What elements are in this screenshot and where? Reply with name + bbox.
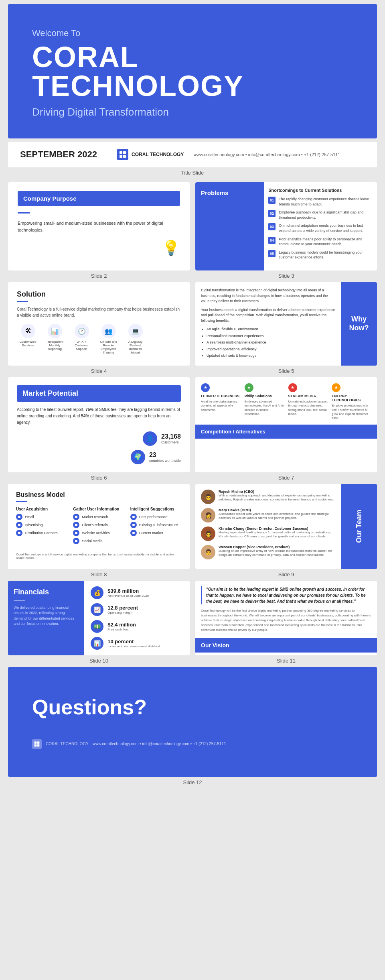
slide5-label: Slide 5 [195,366,377,377]
comp-logo: ★ [332,383,371,392]
slide3-left: Problems [195,182,264,270]
fin-stat-info: 12.8 percent Operating margin [107,605,138,614]
slide11: "Our aim is to be the leading expert in … [195,581,377,655]
slides-6-7-row: Market Potential According to the latest… [8,377,377,484]
slide5: Digital transformation is the integratio… [195,282,377,366]
purpose-text: Empowering small- and medium-sized busin… [18,220,180,233]
competitor-item: ★ LERNER IT BUSINESS An all-in-one digit… [201,383,241,421]
market-desc: According to the latest Sunwell report, … [17,407,181,426]
svg-rect-7 [37,744,40,746]
slide9-label: Slide 9 [195,569,377,581]
problem-text: Omnichannel adaptation needs your busine… [279,223,371,233]
team-avatar: 👩 [201,527,215,541]
slide3-right: Shortcomings to Current Solutions 01 The… [264,182,377,270]
fin-stat: 💰 $39.6 million Net revenue as of June 2… [91,586,183,599]
customers-value: 23,168 [161,433,181,440]
comp-logo-icon: ★ [288,383,297,392]
solution-icon-item: 🕐 24 X 7 Customer Support [71,324,93,354]
slide5-body1: Digital transformation is the integratio… [201,288,335,304]
fin-label: Net revenue as of June 2020 [107,594,149,598]
bm-dot-inner [75,516,77,518]
fin-value: $2.4 million [107,622,136,628]
svg-rect-0 [120,151,122,154]
fin-value: 10 percent [107,638,160,645]
problem-num: 04 [268,237,276,244]
solution-icon-item: 📊 Transparent Monthly Reporting [44,324,66,354]
slide12-footer: CORAL TECHNOLOGY www.coraltechnology.com… [32,739,226,749]
company-purpose-title: Company Purpose [18,191,180,206]
customers-label: Customers [161,440,181,444]
team-role: Building on an impressive array of new p… [219,549,335,557]
team-role: Having supervised leading brands for sev… [219,531,335,539]
slide8: Business Model User Acquisition Email Ad… [8,484,190,569]
bm-item: Market research [73,514,124,520]
slide9-col: 👨 Rajesh Mishra (CEO) With an outstandin… [195,484,377,581]
team-name: Khristin Chang (Senior Director, Custome… [219,527,335,531]
team-avatar: 👩 [201,508,215,523]
slide12-section: Questions? CORAL TECHNOLOGY www.coraltec… [0,667,385,789]
slide5-body2: Your business needs a digital transforma… [201,307,335,324]
team-role: With an outstanding approach and decades… [219,494,335,502]
bm-col: Intelligent Suggestions Past performance… [130,507,182,546]
problem-num: 03 [268,223,276,230]
bm-title: Business Model [16,491,182,498]
slide2-col: Company Purpose Empowering small- and me… [8,182,190,282]
sol-icon-circle: 📊 [48,324,62,338]
bm-item: Distribution Partners [16,530,67,536]
team-info: Rajesh Mishra (CEO) With an outstanding … [219,490,335,504]
solution-icon-item: 🛠 Customized Services [17,324,39,354]
comp-desc: Embraces advanced technologies, like AI … [245,400,284,417]
team-role: A seasoned leader with years of sales ac… [219,512,335,520]
competitor-item: ★ Philip Solutions Embraces advanced tec… [245,383,284,421]
bm-item: Social media [73,538,124,544]
slide9-right: Our Team [341,484,377,569]
bm-footer: Coral Technology is a full-service digit… [16,550,182,560]
slide4-label: Slide 4 [8,366,190,377]
problem-num: 05 [268,250,276,257]
slide1-info-bar: SEPTEMBER 2022 CORAL TECHNOLOGY www.cora… [8,142,377,167]
logo-svg [119,150,127,159]
slide4: Solution Coral Technology is a full-serv… [8,282,190,366]
problem-item: 02 Employee pushback due to a significan… [268,210,371,220]
bm-dot-inner [18,524,20,526]
problem-item: 03 Omnichannel adaptation needs your bus… [268,223,371,233]
comp-name: STREAM MEDIA [288,394,328,398]
customers-icon: 👤 [143,431,157,446]
bm-dot-inner [75,532,77,534]
sol-icon-circle: 🛠 [21,324,35,338]
slide6: Market Potential According to the latest… [8,377,190,472]
bm-dot [16,514,22,520]
slide11-col: "Our aim is to be the leading expert in … [195,581,377,667]
slide3: Problems Shortcomings to Current Solutio… [195,182,377,270]
bm-dot [73,522,79,528]
comp-name: ENERGY TECHNOLOGIES [332,394,371,402]
bm-dot [16,522,22,528]
problem-item: 05 Legacy business models could be hamst… [268,250,371,260]
countries-icon: 🌍 [131,450,145,464]
bm-col-title: Intelligent Suggestions [130,507,182,511]
svg-rect-4 [34,741,37,744]
slide4-col: Solution Coral Technology is a full-serv… [8,282,190,377]
welcome-to-text: Welcome To [32,28,353,39]
sol-icon-circle: 💻 [128,324,143,338]
slide8-label: Slide 8 [8,569,190,581]
comp-logo-icon: ★ [245,383,253,392]
sol-icon-label: Customized Services [17,340,39,347]
benefit-item: Updated skill sets & knowledge [207,353,335,359]
bm-item-text: Client's referrals [82,523,108,527]
problem-item: 04 Poor analytics means poor ability to … [268,237,371,247]
fin-stat: 📈 12.8 percent Operating margin [91,603,183,616]
problem-num: 02 [268,210,276,217]
comp-logo: ★ [245,383,284,392]
bm-dot [130,522,137,528]
bulb-icon-area: 💡 [18,240,180,256]
svg-rect-1 [123,151,126,154]
slide6-col: Market Potential According to the latest… [8,377,190,484]
fin-label: Increase in our semi-annual dividend [107,645,160,648]
stat-countries-info: 23 countries worldwide [149,451,181,463]
bm-dot [73,538,79,544]
problem-text: Employee pushback due to a significant s… [279,210,371,220]
bm-dot-inner [132,532,135,534]
problems-list: 01 The rapidly changing customer experie… [268,197,371,260]
fin-stat-icon: 📊 [91,637,103,650]
